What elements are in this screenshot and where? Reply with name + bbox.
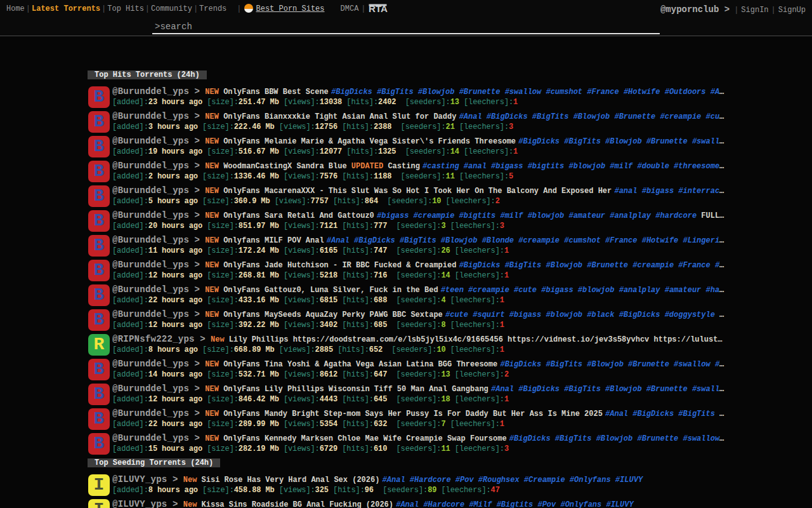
svg-text:RTA: RTA	[369, 4, 388, 13]
